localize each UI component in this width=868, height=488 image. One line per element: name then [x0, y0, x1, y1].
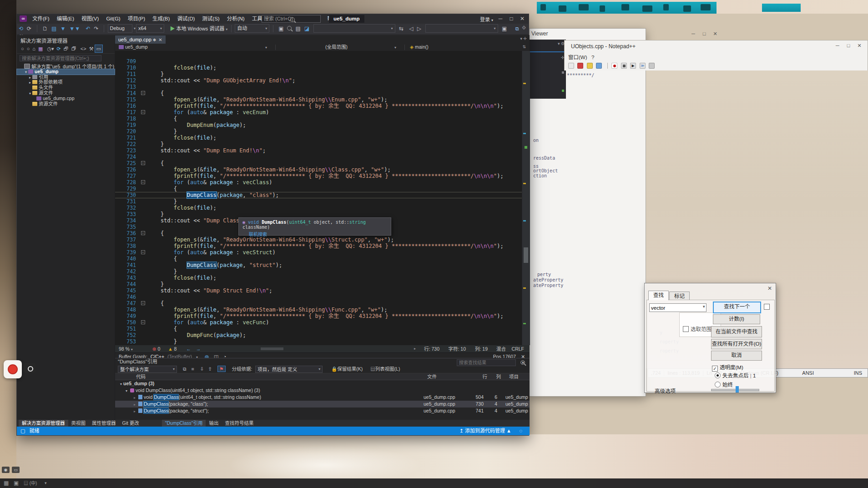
- code-line-709[interactable]: 709: [115, 58, 522, 65]
- fold-marker[interactable]: −: [140, 179, 147, 186]
- editor-tab-ue5-dump[interactable]: ue5_dump.cpp✱✕: [115, 35, 166, 44]
- mini-camera-icon[interactable]: ◉: [2, 467, 10, 473]
- warnings-indicator[interactable]: ▲ 8: [168, 346, 177, 352]
- platform-dropdown[interactable]: x64 ▾: [136, 24, 164, 33]
- errors-indicator[interactable]: ⊗ 0: [152, 346, 161, 352]
- viewer-window-controls[interactable]: ─□✕: [688, 31, 721, 37]
- menu-调试(D)[interactable]: 调试(D): [173, 14, 198, 23]
- code-line-714[interactable]: 714− {: [115, 90, 522, 96]
- chevron-down-icon[interactable]: ▾: [124, 387, 129, 394]
- start-debug-button[interactable]: ▶ 本地 Windows 调试器 ▾: [170, 26, 227, 31]
- find-what-combo[interactable]: [649, 303, 707, 312]
- collapse-icon[interactable]: −: [141, 250, 145, 254]
- nav-split-icon[interactable]: ⇅: [522, 44, 526, 50]
- forward-icon[interactable]: ○: [25, 45, 31, 52]
- scrollbar-thumb[interactable]: [524, 247, 528, 263]
- add-to-source-control-button[interactable]: ↥ 添加到源代码管理 ▲: [459, 427, 511, 435]
- zoom-dropdown[interactable]: 98 % ▾: [115, 346, 133, 352]
- nav-project-arrow[interactable]: ▾: [265, 44, 267, 51]
- redo-icon[interactable]: ↷: [92, 24, 101, 34]
- show-code-icon[interactable]: <>: [79, 45, 88, 52]
- menu-项目(P)[interactable]: 项目(P): [124, 14, 149, 23]
- sign-in-button[interactable]: 登录 ▾: [480, 15, 493, 23]
- direction-checkbox[interactable]: [764, 304, 770, 310]
- code-line-722[interactable]: 722 }: [115, 141, 522, 147]
- switch-views-icon[interactable]: ▦: [37, 45, 44, 52]
- code-line-745[interactable]: 745 std::cout << "Dump Struct End!\n";: [115, 287, 522, 294]
- code-line-724[interactable]: 724: [115, 154, 522, 160]
- tree-item[interactable]: ▾ue5_dump: [17, 69, 115, 75]
- properties-icon[interactable]: ⚒: [88, 45, 95, 52]
- preview-selected-icon[interactable]: ▭: [95, 45, 102, 52]
- h-scrollbar-thumb[interactable]: [261, 347, 283, 350]
- advanced-options-label[interactable]: 高级选项: [655, 387, 676, 394]
- collapse-icon[interactable]: −: [141, 231, 145, 235]
- vs-search-box[interactable]: 搜索 (Ctrl+Q): [262, 15, 321, 23]
- column-col[interactable]: 列: [487, 373, 501, 380]
- taskbar-arrow-icon[interactable]: ▾: [45, 478, 47, 488]
- transparency-slider-thumb[interactable]: [736, 386, 739, 392]
- find-next-button[interactable]: 查找下一个: [713, 302, 761, 313]
- save-all-icon[interactable]: ▼▼: [67, 24, 82, 34]
- open-folder-icon[interactable]: [587, 63, 593, 69]
- fold-marker[interactable]: −: [140, 319, 147, 326]
- bottom-tab-3[interactable]: Git 更改: [119, 420, 142, 427]
- window-icon[interactable]: ▣: [500, 24, 509, 34]
- result-row[interactable]: ▸DumpClass(package, "struct");ue5_dump.c…: [115, 408, 530, 414]
- code-line-750[interactable]: 750− for (auto& package : vecFunc): [115, 319, 522, 326]
- solution-explorer-search-input[interactable]: [20, 55, 101, 61]
- tab-find[interactable]: 查找: [648, 291, 669, 300]
- menu-测试(S)[interactable]: 测试(S): [198, 14, 223, 23]
- code-line-747[interactable]: 747− {: [115, 300, 522, 307]
- fold-marker[interactable]: −: [140, 109, 147, 116]
- chevron-down-icon[interactable]: ▾: [119, 381, 123, 387]
- menu-视图(V)[interactable]: 视图(V): [78, 14, 102, 23]
- vs-window-controls[interactable]: ─□✕: [495, 15, 528, 22]
- gear-icon[interactable]: ▾ ⚙: [558, 41, 565, 46]
- view-icon[interactable]: [596, 63, 602, 69]
- result-row[interactable]: ▸DumpClass(package, "class");ue5_dump.cp…: [115, 401, 530, 408]
- edit-icon[interactable]: [577, 63, 583, 69]
- undo-icon[interactable]: ↶: [84, 24, 92, 34]
- navigate-back-icon[interactable]: ⟲: [17, 24, 25, 34]
- close-tab-icon[interactable]: ✕: [157, 37, 162, 42]
- open-icon[interactable]: ▤: [50, 24, 58, 34]
- search-icon[interactable]: [520, 359, 525, 367]
- fold-marker[interactable]: −: [140, 160, 147, 166]
- fold-marker[interactable]: −: [140, 230, 147, 236]
- comment-icon[interactable]: ▤: [293, 24, 302, 34]
- code-line-748[interactable]: 748 fopen_s(&file, "ReadyOrNotSteam-Win6…: [115, 307, 522, 313]
- nav-back-icon[interactable]: ←: [186, 346, 191, 352]
- tree-item[interactable]: 解决方案"ue5_dump"(1 个项目/共 1 个): [17, 64, 115, 69]
- notepad-window-controls[interactable]: ─□✕: [832, 43, 865, 49]
- code-line-728[interactable]: 728− for (auto& package : vecClass): [115, 179, 522, 186]
- tree-item[interactable]: ue5_dump.cpp: [17, 96, 115, 101]
- code-editor[interactable]: 709710 fclose(file);711 }712 std::cout <…: [115, 51, 522, 352]
- collapse-icon[interactable]: −: [141, 91, 145, 95]
- list-view-button[interactable]: 列表视图(L): [375, 366, 400, 372]
- cancel-button[interactable]: 取消: [711, 351, 762, 361]
- tree-item[interactable]: 资源文件: [17, 101, 115, 107]
- panel-tab-2[interactable]: 查找符号结果: [222, 420, 257, 427]
- line-ending[interactable]: CRLF: [512, 345, 524, 352]
- code-line-720[interactable]: 720 }: [115, 128, 522, 135]
- track-active-item-icon[interactable]: ⚑: [218, 366, 225, 372]
- code-line-711[interactable]: 711 }: [115, 71, 522, 77]
- code-line-727[interactable]: 727 fprintf(file, "/********************…: [115, 173, 522, 179]
- tab-options-icon[interactable]: ▾ ✛: [520, 36, 527, 41]
- bottom-tab-1[interactable]: 类视图: [68, 420, 89, 427]
- refresh-icon[interactable]: ⟳: [56, 45, 62, 52]
- transparency-checkbox[interactable]: ✓透明度(M): [712, 363, 743, 372]
- panel-tab-0[interactable]: "DumpClass"引用: [162, 420, 206, 427]
- menu-Git(G)[interactable]: Git(G): [102, 14, 124, 23]
- pending-changes-icon[interactable]: ◷▾: [45, 45, 55, 52]
- search-depth-dropdown[interactable]: ▾: [313, 24, 395, 33]
- code-line-753[interactable]: 753 }: [115, 338, 522, 345]
- result-row[interactable]: ▾void DumpClass(uint64_t object, std::st…: [115, 387, 530, 394]
- result-row[interactable]: ▾ue5_dump (3): [115, 380, 530, 387]
- fold-marker[interactable]: −: [140, 300, 147, 307]
- code-line-716[interactable]: 716 fprintf(file, "/********************…: [115, 103, 522, 109]
- bookmark-icon[interactable]: ◪: [303, 24, 311, 34]
- menu-生成(B)[interactable]: 生成(B): [149, 14, 173, 23]
- nav-forward-icon[interactable]: →: [196, 346, 201, 352]
